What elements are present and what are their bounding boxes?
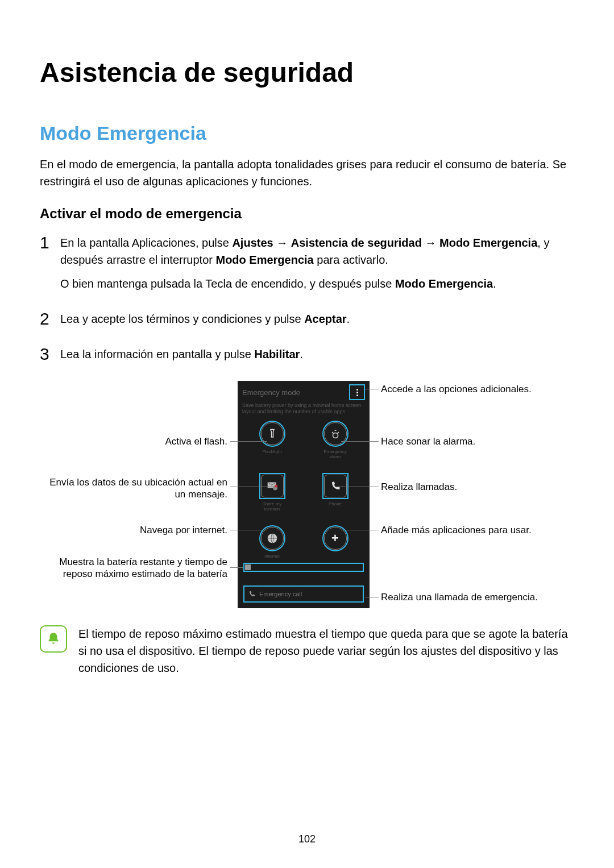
note-row: El tiempo de reposo máximo estimado mues… xyxy=(40,625,574,676)
step-1: 1 En la pantalla Aplicaciones, pulse Aju… xyxy=(40,234,574,299)
page-number: 102 xyxy=(0,833,614,845)
app-alarm: Emergency alarm xyxy=(318,421,352,459)
lead-line xyxy=(230,487,273,487)
steps-list: 1 En la pantalla Aplicaciones, pulse Aju… xyxy=(40,234,574,369)
callout-flash: Activa el flash. xyxy=(40,435,227,447)
emergency-call-bar: Emergency call xyxy=(243,585,364,603)
phone-subtext: Save battery power by using a minimal ho… xyxy=(238,401,370,421)
share-location-icon xyxy=(261,475,284,497)
subsection-title: Activar el modo de emergencia xyxy=(40,206,574,222)
menu-icon xyxy=(351,387,363,398)
emergency-call-label: Emergency call xyxy=(259,591,302,597)
step-number: 3 xyxy=(40,346,60,363)
callout-emergency-call: Realiza una llamada de emergencia. xyxy=(381,591,574,603)
lead-line xyxy=(335,487,379,487)
phone-icon xyxy=(248,590,256,598)
app-share-location: Share my location xyxy=(255,473,289,512)
step-number: 2 xyxy=(40,310,60,327)
lead-line xyxy=(230,567,243,568)
section-title: Modo Emergencia xyxy=(40,122,574,144)
callout-alarm: Hace sonar la alarma. xyxy=(381,435,569,447)
callout-internet: Navega por internet. xyxy=(40,524,227,536)
lead-line xyxy=(230,441,267,442)
step-1-line-2: O bien mantenga pulsada la Tecla de ence… xyxy=(60,275,574,292)
step-2-line-1: Lea y acepte los términos y condiciones … xyxy=(60,310,574,327)
phone-screenshot: Emergency mode Save battery power by usi… xyxy=(238,381,370,608)
phone-diagram: Emergency mode Save battery power by usi… xyxy=(40,381,574,614)
callout-battery: Muestra la batería restante y tiempo de … xyxy=(40,556,227,580)
page-title: Asistencia de seguridad xyxy=(40,57,574,88)
callout-call: Realiza llamadas. xyxy=(381,481,569,493)
lead-line xyxy=(230,530,267,530)
lead-line xyxy=(365,597,379,597)
phone-header: Emergency mode xyxy=(238,381,370,401)
app-flashlight: Flashlight xyxy=(259,421,285,459)
lead-line xyxy=(341,530,379,530)
lead-line xyxy=(341,441,379,442)
phone-title: Emergency mode xyxy=(242,388,300,397)
callout-menu: Accede a las opciones adicionales. xyxy=(381,383,569,395)
battery-indicator xyxy=(243,563,364,572)
step-number: 1 xyxy=(40,234,60,251)
step-2: 2 Lea y acepte los términos y condicione… xyxy=(40,310,574,334)
callout-add-apps: Añade más aplicaciones para usar. xyxy=(381,524,569,536)
note-bell-icon xyxy=(40,625,67,653)
svg-point-0 xyxy=(333,433,338,438)
lead-line xyxy=(365,389,379,389)
step-1-line-1: En la pantalla Aplicaciones, pulse Ajust… xyxy=(60,234,574,268)
intro-paragraph: En el modo de emergencia, la pantalla ad… xyxy=(40,156,574,190)
svg-point-3 xyxy=(275,484,277,487)
phone-icon xyxy=(324,475,347,497)
step-3-line-1: Lea la información en pantalla y pulse H… xyxy=(60,346,574,363)
callout-share-location: Envía los datos de su ubicación actual e… xyxy=(40,476,227,501)
app-phone: Phone xyxy=(322,473,349,512)
step-3: 3 Lea la información en pantalla y pulse… xyxy=(40,346,574,369)
note-text: El tiempo de reposo máximo estimado mues… xyxy=(78,625,574,676)
